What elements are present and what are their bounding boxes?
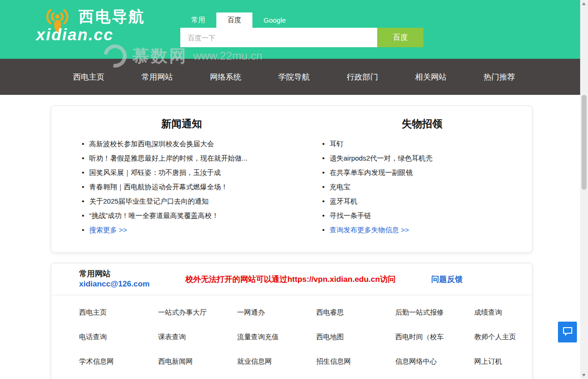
news-lostfound-card: 新闻通知 高新波校长参加西电深圳校友会换届大会 听劝！暑假是雅思最好上岸的时候，…	[51, 106, 533, 253]
lostfound-list: 耳钉 遗失airpods2代一对，绿色耳机壳 在共享单车内发现一副眼镜 充电宝 …	[321, 137, 523, 237]
site-link[interactable]: 网上订机	[474, 357, 532, 366]
lostfound-title: 失物招领	[321, 117, 523, 131]
news-item[interactable]: 关于2025届毕业生登记户口去向的通知	[81, 194, 282, 208]
lostfound-item: 寻找一条手链	[321, 208, 523, 223]
nav-item-network-systems[interactable]: 网络系统	[191, 72, 260, 82]
page: 西电导航 xidian.cc 常用 百度 Google 百度 西电主页 常用网站…	[0, 0, 588, 379]
site-link[interactable]: 流量查询充值	[237, 333, 316, 342]
site-link[interactable]: 西电主页	[79, 308, 158, 317]
site-link[interactable]: 课表查询	[158, 333, 237, 342]
news-more-link[interactable]: 搜索更多 >>	[81, 223, 282, 237]
common-sites-card: 常用网站 xidiancc@126.com 校外无法打开的网站可以通过https…	[51, 263, 533, 379]
nav-item-common-sites[interactable]: 常用网站	[123, 72, 191, 82]
lostfound-item: 在共享单车内发现一副眼镜	[321, 165, 523, 180]
lostfound-item: 充电宝	[321, 180, 523, 194]
news-item[interactable]: 国奖风采展｜邓钰姿：功不唐捐，玉汝于成	[81, 165, 282, 180]
scroll-down-arrow-icon[interactable]	[582, 374, 586, 377]
news-list: 高新波校长参加西电深圳校友会换届大会 听劝！暑假是雅思最好上岸的时候，现在就开始…	[81, 137, 282, 237]
news-title: 新闻通知	[81, 117, 282, 131]
nav-item-xidian-home[interactable]: 西电主页	[55, 72, 123, 82]
sites-header: 常用网站 xidiancc@126.com 校外无法打开的网站可以通过https…	[51, 263, 532, 295]
sites-title: 常用网站	[79, 269, 150, 279]
nav-item-admin-depts[interactable]: 行政部门	[328, 72, 397, 82]
search-input[interactable]	[180, 28, 377, 47]
vertical-scrollbar	[580, 0, 588, 379]
tab-google[interactable]: Google	[252, 12, 297, 28]
site-link[interactable]: 学术信息网	[79, 357, 158, 366]
site-link[interactable]: 后勤一站式报修	[395, 308, 474, 317]
news-item[interactable]: “挑战”成功！唯一全赛道最高奖覆盖高校！	[81, 208, 282, 223]
site-link[interactable]: 成绩查询	[474, 308, 532, 317]
tab-baidu[interactable]: 百度	[216, 12, 252, 28]
lostfound-column: 失物招领 耳钉 遗失airpods2代一对，绿色耳机壳 在共享单车内发现一副眼镜…	[292, 106, 532, 252]
logo-title: 西电导航	[79, 6, 145, 27]
lostfound-item: 耳钉	[321, 137, 523, 151]
news-item[interactable]: 高新波校长参加西电深圳校友会换届大会	[81, 137, 282, 151]
search-engine-tabs: 常用 百度 Google	[180, 12, 423, 28]
main-nav: 西电主页 常用网站 网络系统 学院导航 行政部门 相关网站 热门推荐	[0, 59, 588, 95]
floating-contact-button[interactable]	[558, 322, 577, 342]
nav-item-college-nav[interactable]: 学院导航	[260, 72, 328, 82]
news-item[interactable]: 青春翱翔｜西电航协运动会开幕式燃爆全场！	[81, 180, 282, 194]
site-link[interactable]: 电话查询	[79, 333, 158, 342]
feedback-link[interactable]: 问题反馈	[431, 274, 463, 285]
site-link[interactable]: 教师个人主页	[474, 333, 532, 342]
site-link[interactable]: 一站式办事大厅	[158, 308, 237, 317]
site-link[interactable]: 一网通办	[237, 308, 316, 317]
site-link[interactable]: 西电新闻网	[158, 357, 237, 366]
sites-grid: 西电主页 一站式办事大厅 一网通办 西电睿思 后勤一站式报修 成绩查询 电话查询…	[51, 295, 532, 366]
chat-icon	[563, 327, 573, 338]
site-link[interactable]: 招生信息网	[316, 357, 395, 366]
contact-email[interactable]: xidiancc@126.com	[79, 279, 150, 289]
header: 西电导航 xidian.cc 常用 百度 Google 百度	[0, 0, 588, 59]
nav-item-hot-picks[interactable]: 热门推荐	[465, 72, 533, 82]
news-item[interactable]: 听劝！暑假是雅思最好上岸的时候，现在就开始做...	[81, 151, 282, 165]
lostfound-more-link[interactable]: 查询发布更多失物信息 >>	[321, 223, 523, 237]
tab-changyong[interactable]: 常用	[180, 12, 216, 28]
nav-item-related-sites[interactable]: 相关网站	[397, 72, 465, 82]
vpn-notice: 校外无法打开的网站可以通过https://vpn.xidian.edu.cn访问	[150, 274, 431, 285]
site-link[interactable]: 西电睿思	[316, 308, 395, 317]
news-column: 新闻通知 高新波校长参加西电深圳校友会换届大会 听劝！暑假是雅思最好上岸的时候，…	[51, 106, 292, 252]
site-link[interactable]: 西电地图	[316, 333, 395, 342]
search-area: 常用 百度 Google 百度	[180, 12, 423, 47]
search-button[interactable]: 百度	[377, 28, 423, 47]
antenna-icon	[36, 8, 79, 26]
site-link[interactable]: 西电时间（校车	[395, 333, 474, 342]
site-logo[interactable]: 西电导航 xidian.cc	[36, 6, 145, 44]
logo-subtitle: xidian.cc	[36, 25, 145, 44]
lostfound-item: 蓝牙耳机	[321, 194, 523, 208]
site-link[interactable]: 信息网络中心	[395, 357, 474, 366]
scroll-up-arrow-icon[interactable]	[582, 2, 586, 5]
lostfound-item: 遗失airpods2代一对，绿色耳机壳	[321, 151, 523, 165]
scrollbar-thumb[interactable]	[582, 95, 587, 190]
site-link[interactable]: 就业信息网	[237, 357, 316, 366]
